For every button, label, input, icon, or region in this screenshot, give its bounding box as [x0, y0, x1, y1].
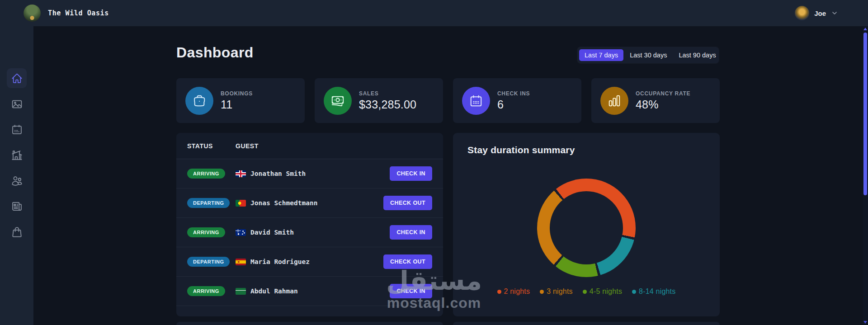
legend-item: 2 nights	[497, 287, 530, 296]
scroll-down-arrow-icon[interactable]	[863, 321, 867, 324]
filter-last-30-days[interactable]: Last 30 days	[624, 49, 672, 61]
legend-label: 2 nights	[504, 287, 530, 296]
news-icon	[11, 201, 23, 212]
stay-duration-panel: Stay duration summary 2 nights 3 nights …	[453, 133, 720, 316]
action-button[interactable]: CHECK OUT	[383, 254, 432, 269]
user-menu[interactable]: Joe	[795, 6, 838, 20]
country-flag-icon	[236, 170, 246, 177]
table-row: ARRIVING Jonathan Smith CHECK IN	[176, 159, 443, 188]
status-badge: DEPARTING	[187, 198, 230, 208]
legend-item: 4-5 nights	[583, 287, 622, 296]
action-button[interactable]: CHECK IN	[390, 284, 432, 298]
sidebar-item-reports[interactable]	[7, 196, 27, 216]
table-row: DEPARTING Maria Rodriguez CHECK OUT	[176, 247, 443, 277]
legend-item: 3 nights	[540, 287, 573, 296]
guest-name: Jonathan Smith	[250, 170, 306, 177]
sidebar-item-users[interactable]	[7, 171, 27, 191]
stat-card-bookings: BOOKINGS 11	[176, 78, 305, 123]
column-header-guest: GUEST	[236, 142, 432, 150]
home-icon	[11, 73, 23, 84]
calendar-days-icon	[462, 87, 490, 115]
donut-hole	[550, 191, 623, 264]
brand: The Wild Oasis	[24, 5, 109, 22]
sidebar	[0, 26, 33, 325]
status-badge: ARRIVING	[187, 169, 225, 179]
status-badge: ARRIVING	[187, 286, 225, 296]
user-avatar[interactable]	[795, 6, 809, 20]
scrollbar-thumb[interactable]	[863, 33, 867, 195]
stat-label: CHECK INS	[497, 90, 530, 97]
guest-cell: Jonathan Smith	[236, 170, 390, 177]
guest-cell: Jonas Schmedtmann	[236, 199, 383, 207]
gallery-icon	[11, 99, 23, 110]
banknotes-icon	[324, 87, 352, 115]
bottom-panel-peek	[176, 322, 443, 325]
legend-dot-icon	[497, 290, 501, 294]
chevron-down-icon[interactable]	[831, 9, 838, 17]
bag-icon	[11, 226, 23, 238]
legend-label: 3 nights	[547, 287, 573, 296]
bottom-panel-peek	[453, 322, 720, 325]
guest-name: Jonas Schmedtmann	[250, 199, 317, 207]
guest-cell: Maria Rodriguez	[236, 258, 383, 265]
sidebar-item-gallery[interactable]	[7, 94, 27, 114]
legend-dot-icon	[540, 290, 544, 294]
action-button[interactable]: CHECK IN	[390, 225, 432, 240]
topbar: The Wild Oasis Joe	[0, 0, 868, 26]
stat-value: 48%	[636, 98, 690, 111]
app-logo-icon	[24, 5, 41, 22]
sidebar-item-home[interactable]	[7, 68, 27, 88]
stat-value: $33,285.00	[359, 98, 416, 111]
activity-rows: ARRIVING Jonathan Smith CHECK IN DEPARTI…	[176, 159, 443, 306]
guest-cell: David Smith	[236, 229, 390, 236]
stat-value: 11	[221, 98, 253, 111]
guest-name: David Smith	[250, 229, 294, 236]
status-badge: ARRIVING	[187, 227, 225, 237]
table-row: DEPARTING Jonas Schmedtmann CHECK OUT	[176, 188, 443, 218]
today-activity-panel: STATUS GUEST ARRIVING Jonathan Smith CHE…	[176, 133, 443, 316]
activity-table-header: STATUS GUEST	[176, 133, 443, 159]
app-title: The Wild Oasis	[48, 9, 109, 17]
calendar-icon	[11, 124, 23, 135]
sidebar-item-bookings[interactable]	[7, 119, 27, 139]
guest-name: Maria Rodriguez	[250, 258, 310, 265]
stat-card-occupancy: OCCUPANCY RATE 48%	[591, 78, 720, 123]
filter-last-7-days[interactable]: Last 7 days	[579, 49, 623, 61]
filter-last-90-days[interactable]: Last 90 days	[673, 49, 721, 61]
action-button[interactable]: CHECK IN	[390, 166, 432, 181]
guest-name: Abdul Rahman	[250, 287, 298, 295]
cabin-icon	[11, 150, 23, 161]
table-row: ARRIVING Abdul Rahman CHECK IN	[176, 277, 443, 306]
briefcase-icon	[185, 87, 213, 115]
legend-item: 8-14 nights	[632, 287, 675, 296]
stat-card-checkins: CHECK INS 6	[453, 78, 581, 123]
country-flag-icon	[236, 259, 246, 265]
scroll-up-arrow-icon[interactable]	[863, 28, 867, 30]
users-icon	[11, 175, 23, 187]
stat-label: OCCUPANCY RATE	[636, 90, 690, 97]
legend-label: 8-14 nights	[639, 287, 675, 296]
chart-bar-icon	[600, 87, 628, 115]
stat-value: 6	[497, 98, 530, 111]
stat-label: SALES	[359, 90, 416, 97]
scrollbar[interactable]	[863, 26, 868, 325]
country-flag-icon	[236, 288, 246, 295]
stat-label: BOOKINGS	[221, 90, 253, 97]
chart-title: Stay duration summary	[467, 145, 705, 155]
sidebar-item-shop[interactable]	[7, 222, 27, 242]
status-badge: DEPARTING	[187, 257, 230, 267]
date-filter-group: Last 7 days Last 30 days Last 90 days	[577, 47, 719, 63]
table-row: ARRIVING David Smith CHECK IN	[176, 218, 443, 247]
column-header-status: STATUS	[187, 142, 236, 150]
sidebar-item-cabins[interactable]	[7, 145, 27, 165]
page-title: Dashboard	[176, 44, 254, 61]
guest-cell: Abdul Rahman	[236, 287, 390, 295]
country-flag-icon	[236, 229, 246, 236]
stat-card-sales: SALES $33,285.00	[315, 78, 443, 123]
country-flag-icon	[236, 200, 246, 207]
legend-dot-icon	[583, 290, 587, 294]
chart-legend: 2 nights 3 nights 4-5 nights 8-14 nights	[453, 287, 720, 296]
action-button[interactable]: CHECK OUT	[383, 196, 432, 210]
legend-label: 4-5 nights	[590, 287, 622, 296]
legend-dot-icon	[632, 290, 636, 294]
